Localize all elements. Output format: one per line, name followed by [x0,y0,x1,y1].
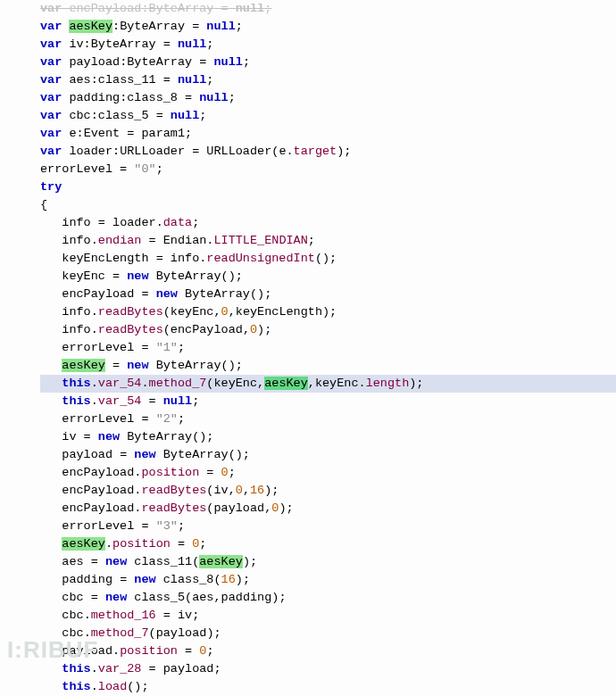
token-kw: null [213,55,242,69]
token-kw: var [40,37,69,51]
token-op: = [149,109,171,122]
token-prop: var_54 [98,394,142,408]
token-punct: . [84,609,91,622]
token-kw: var [40,145,69,158]
token-kw: null [236,2,264,15]
token-hl: aesKey [69,20,112,33]
token-op: = [141,662,162,675]
token-hl: aesKey [62,359,105,372]
token-op: = [156,609,178,622]
token-punct: ); [409,377,423,390]
token-punct: ); [271,591,286,604]
code-line: var loader:URLLoader = URLLoader(e.targe… [40,143,616,161]
token-id: payload [62,448,112,461]
token-str: "0" [134,162,155,176]
token-punct: ; [206,37,213,51]
token-id: class_8 [163,573,214,586]
code-line: var aes:class_11 = null; [40,71,616,89]
token-punct: ; [229,466,236,479]
token-kw: var [40,2,69,15]
token-id: info [62,323,90,336]
token-type: ByteArray [127,55,192,69]
token-id: param1 [141,127,185,140]
token-punct: ; [178,519,185,533]
token-punct: ; [178,341,185,354]
token-id: aes [69,73,90,87]
token-punct: ); [206,626,221,640]
token-id: Endian [163,234,207,247]
code-line: errorLevel = "1"; [40,339,616,357]
token-type: class_8 [127,91,178,104]
token-hl: aesKey [199,555,243,568]
token-punct: : [84,37,91,51]
token-id: info [62,216,90,229]
token-id: iv [62,430,76,443]
token-id: keyEnc [62,269,105,283]
token-punct: ); [257,323,271,336]
code-line: var padding:class_8 = null; [40,89,616,107]
token-id: keyEnc [315,377,359,390]
token-id: encPayload [69,2,141,15]
token-punct: (); [315,252,337,265]
token-prop: method_7 [91,626,149,640]
code-line: var aesKey:ByteArray = null; [40,18,616,36]
token-id: ByteArray [156,359,221,372]
token-punct: ); [337,145,351,158]
token-op: = [112,448,134,461]
token-punct: , [243,323,250,336]
code-line: this.var_54 = null; [40,393,616,410]
token-punct: ( [149,626,156,640]
token-kw: this [62,377,90,390]
token-op: = [120,127,141,140]
token-num: 0 [221,466,229,479]
token-id: URLLoader [206,145,271,158]
token-id: class_5 [134,591,185,604]
token-prop: readBytes [141,501,206,515]
token-kw: new [127,359,155,372]
token-id: padding [221,591,272,604]
token-kw: null [199,91,228,104]
token-id: info [171,252,199,265]
token-id: padding [62,573,112,586]
token-id: padding [69,91,120,104]
token-punct: , [229,484,236,497]
token-id: ByteArray [185,287,250,301]
token-punct: ( [163,323,171,336]
code-line: encPayload.position = 0; [40,464,616,482]
code-line: info.endian = Endian.LITTLE_ENDIAN; [40,232,616,250]
code-line: var cbc:class_5 = null; [40,107,616,125]
token-prop: var_54 [98,377,142,390]
token-punct: , [257,377,264,390]
code-line: errorLevel = "3"; [40,518,616,535]
token-prop: position [120,644,178,658]
token-punct: (); [221,359,243,372]
token-hl-caret: aesKey [264,377,308,390]
token-prop: readBytes [98,305,163,319]
token-op: = [199,466,221,479]
token-prop: endian [98,234,142,247]
token-punct: . [112,644,120,658]
token-op: = [134,519,155,533]
token-punct: ); [322,305,337,319]
token-punct: ; [199,109,206,122]
code-line: errorLevel = "2"; [40,410,616,428]
token-id: iv [213,484,228,497]
token-punct: ; [178,412,185,426]
token-id: payload [156,626,207,640]
code-line: payload = new ByteArray(); [40,446,616,464]
token-kw: this [62,662,90,675]
token-punct: . [287,145,294,158]
token-op: = [105,359,127,372]
token-id: loader [69,145,112,158]
token-prop: target [294,145,337,158]
token-punct: : [91,73,98,87]
token-id: keyEnc [213,377,257,390]
token-kw: this [62,394,90,408]
token-punct: : [91,109,98,122]
token-punct: . [91,377,98,390]
token-punct: ; [192,609,199,622]
token-id: keyEncLength [236,305,322,319]
token-prop: readBytes [98,323,163,336]
code-line: try [40,178,616,196]
token-id: ByteArray [127,430,192,443]
